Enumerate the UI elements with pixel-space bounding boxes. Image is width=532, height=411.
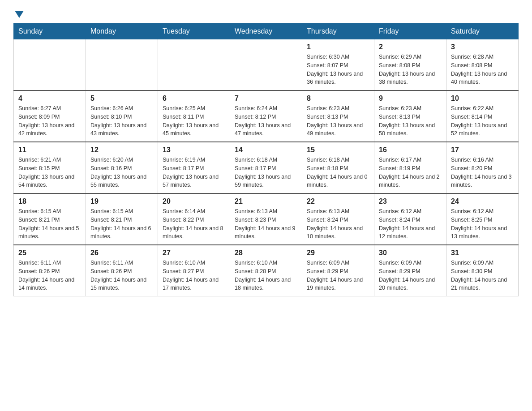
day-number: 13 xyxy=(163,146,225,154)
day-number: 30 xyxy=(379,249,442,257)
day-sun-info: Sunrise: 6:23 AMSunset: 8:13 PMDaylight:… xyxy=(307,104,369,138)
calendar-cell: 27Sunrise: 6:10 AMSunset: 8:27 PMDayligh… xyxy=(158,245,230,296)
calendar-cell: 2Sunrise: 6:29 AMSunset: 8:08 PMDaylight… xyxy=(374,39,446,91)
calendar-cell: 14Sunrise: 6:18 AMSunset: 8:17 PMDayligh… xyxy=(230,142,302,193)
day-number: 28 xyxy=(235,249,297,257)
calendar-cell: 3Sunrise: 6:28 AMSunset: 8:08 PMDaylight… xyxy=(446,39,519,91)
day-number: 25 xyxy=(18,249,81,257)
day-sun-info: Sunrise: 6:26 AMSunset: 8:10 PMDaylight:… xyxy=(90,104,153,138)
day-sun-info: Sunrise: 6:17 AMSunset: 8:19 PMDaylight:… xyxy=(379,156,442,189)
calendar-cell: 13Sunrise: 6:19 AMSunset: 8:17 PMDayligh… xyxy=(158,142,230,193)
day-number: 11 xyxy=(18,146,81,154)
calendar-cell xyxy=(230,39,302,91)
calendar-table: Sunday Monday Tuesday Wednesday Thursday… xyxy=(13,23,519,296)
calendar-cell: 6Sunrise: 6:25 AMSunset: 8:11 PMDaylight… xyxy=(158,90,230,142)
calendar-cell: 18Sunrise: 6:15 AMSunset: 8:21 PMDayligh… xyxy=(14,193,86,245)
day-sun-info: Sunrise: 6:29 AMSunset: 8:08 PMDaylight:… xyxy=(379,53,442,86)
calendar-cell: 10Sunrise: 6:22 AMSunset: 8:14 PMDayligh… xyxy=(446,90,519,142)
calendar-cell xyxy=(158,39,230,91)
calendar-cell: 31Sunrise: 6:09 AMSunset: 8:30 PMDayligh… xyxy=(446,245,519,296)
day-number: 22 xyxy=(307,197,369,206)
calendar-cell: 25Sunrise: 6:11 AMSunset: 8:26 PMDayligh… xyxy=(14,245,86,296)
calendar-week-row: 25Sunrise: 6:11 AMSunset: 8:26 PMDayligh… xyxy=(14,245,519,296)
calendar-cell: 7Sunrise: 6:24 AMSunset: 8:12 PMDaylight… xyxy=(230,90,302,142)
calendar-cell: 24Sunrise: 6:12 AMSunset: 8:25 PMDayligh… xyxy=(446,193,519,245)
day-sun-info: Sunrise: 6:23 AMSunset: 8:13 PMDaylight:… xyxy=(379,104,442,138)
page-header xyxy=(13,9,519,14)
day-number: 3 xyxy=(451,43,514,51)
day-sun-info: Sunrise: 6:12 AMSunset: 8:25 PMDaylight:… xyxy=(451,207,514,241)
day-number: 8 xyxy=(307,94,369,103)
day-sun-info: Sunrise: 6:13 AMSunset: 8:24 PMDaylight:… xyxy=(307,207,369,241)
day-number: 1 xyxy=(307,43,369,51)
calendar-header-row: Sunday Monday Tuesday Wednesday Thursday… xyxy=(14,24,519,39)
day-sun-info: Sunrise: 6:18 AMSunset: 8:18 PMDaylight:… xyxy=(307,156,369,189)
header-wednesday: Wednesday xyxy=(230,24,302,39)
calendar-cell: 22Sunrise: 6:13 AMSunset: 8:24 PMDayligh… xyxy=(302,193,374,245)
day-number: 23 xyxy=(379,197,442,206)
calendar-week-row: 18Sunrise: 6:15 AMSunset: 8:21 PMDayligh… xyxy=(14,193,519,245)
day-number: 2 xyxy=(379,43,442,51)
day-number: 14 xyxy=(235,146,297,154)
day-number: 31 xyxy=(451,249,514,257)
calendar-cell: 4Sunrise: 6:27 AMSunset: 8:09 PMDaylight… xyxy=(14,90,86,142)
day-sun-info: Sunrise: 6:10 AMSunset: 8:27 PMDaylight:… xyxy=(163,259,225,292)
calendar-cell: 20Sunrise: 6:14 AMSunset: 8:22 PMDayligh… xyxy=(158,193,230,245)
day-sun-info: Sunrise: 6:22 AMSunset: 8:14 PMDaylight:… xyxy=(451,104,514,138)
calendar-cell: 19Sunrise: 6:15 AMSunset: 8:21 PMDayligh… xyxy=(86,193,158,245)
day-sun-info: Sunrise: 6:16 AMSunset: 8:20 PMDaylight:… xyxy=(451,156,514,189)
calendar-cell: 17Sunrise: 6:16 AMSunset: 8:20 PMDayligh… xyxy=(446,142,519,193)
calendar-cell: 5Sunrise: 6:26 AMSunset: 8:10 PMDaylight… xyxy=(86,90,158,142)
header-friday: Friday xyxy=(374,24,446,39)
day-number: 10 xyxy=(451,94,514,103)
day-number: 27 xyxy=(163,249,225,257)
calendar-cell: 23Sunrise: 6:12 AMSunset: 8:24 PMDayligh… xyxy=(374,193,446,245)
day-number: 6 xyxy=(163,94,225,103)
day-sun-info: Sunrise: 6:27 AMSunset: 8:09 PMDaylight:… xyxy=(18,104,81,138)
calendar-cell: 9Sunrise: 6:23 AMSunset: 8:13 PMDaylight… xyxy=(374,90,446,142)
logo xyxy=(13,9,25,14)
day-number: 12 xyxy=(90,146,153,154)
day-number: 9 xyxy=(379,94,442,103)
day-number: 20 xyxy=(163,197,225,206)
day-number: 4 xyxy=(18,94,81,103)
calendar-week-row: 1Sunrise: 6:30 AMSunset: 8:07 PMDaylight… xyxy=(14,39,519,91)
day-number: 15 xyxy=(307,146,369,154)
calendar-cell xyxy=(86,39,158,91)
day-number: 21 xyxy=(235,197,297,206)
day-number: 24 xyxy=(451,197,514,206)
day-sun-info: Sunrise: 6:25 AMSunset: 8:11 PMDaylight:… xyxy=(163,104,225,138)
calendar-cell: 28Sunrise: 6:10 AMSunset: 8:28 PMDayligh… xyxy=(230,245,302,296)
day-number: 17 xyxy=(451,146,514,154)
calendar-cell: 8Sunrise: 6:23 AMSunset: 8:13 PMDaylight… xyxy=(302,90,374,142)
day-sun-info: Sunrise: 6:21 AMSunset: 8:15 PMDaylight:… xyxy=(18,156,81,189)
calendar-week-row: 11Sunrise: 6:21 AMSunset: 8:15 PMDayligh… xyxy=(14,142,519,193)
calendar-week-row: 4Sunrise: 6:27 AMSunset: 8:09 PMDaylight… xyxy=(14,90,519,142)
calendar-cell: 29Sunrise: 6:09 AMSunset: 8:29 PMDayligh… xyxy=(302,245,374,296)
calendar-cell: 30Sunrise: 6:09 AMSunset: 8:29 PMDayligh… xyxy=(374,245,446,296)
calendar-cell: 15Sunrise: 6:18 AMSunset: 8:18 PMDayligh… xyxy=(302,142,374,193)
day-sun-info: Sunrise: 6:30 AMSunset: 8:07 PMDaylight:… xyxy=(307,53,369,86)
day-sun-info: Sunrise: 6:11 AMSunset: 8:26 PMDaylight:… xyxy=(18,259,81,292)
day-sun-info: Sunrise: 6:24 AMSunset: 8:12 PMDaylight:… xyxy=(235,104,297,138)
calendar-cell: 21Sunrise: 6:13 AMSunset: 8:23 PMDayligh… xyxy=(230,193,302,245)
logo-arrow-icon xyxy=(15,11,24,18)
day-number: 16 xyxy=(379,146,442,154)
header-tuesday: Tuesday xyxy=(158,24,230,39)
day-sun-info: Sunrise: 6:11 AMSunset: 8:26 PMDaylight:… xyxy=(90,259,153,292)
day-sun-info: Sunrise: 6:18 AMSunset: 8:17 PMDaylight:… xyxy=(235,156,297,189)
calendar-cell: 12Sunrise: 6:20 AMSunset: 8:16 PMDayligh… xyxy=(86,142,158,193)
day-sun-info: Sunrise: 6:15 AMSunset: 8:21 PMDaylight:… xyxy=(18,207,81,241)
header-monday: Monday xyxy=(86,24,158,39)
day-sun-info: Sunrise: 6:15 AMSunset: 8:21 PMDaylight:… xyxy=(90,207,153,241)
day-sun-info: Sunrise: 6:10 AMSunset: 8:28 PMDaylight:… xyxy=(235,259,297,292)
day-sun-info: Sunrise: 6:20 AMSunset: 8:16 PMDaylight:… xyxy=(90,156,153,189)
header-saturday: Saturday xyxy=(446,24,519,39)
calendar-cell: 11Sunrise: 6:21 AMSunset: 8:15 PMDayligh… xyxy=(14,142,86,193)
day-sun-info: Sunrise: 6:09 AMSunset: 8:29 PMDaylight:… xyxy=(379,259,442,292)
day-sun-info: Sunrise: 6:13 AMSunset: 8:23 PMDaylight:… xyxy=(235,207,297,241)
day-sun-info: Sunrise: 6:14 AMSunset: 8:22 PMDaylight:… xyxy=(163,207,225,241)
header-sunday: Sunday xyxy=(14,24,86,39)
day-number: 18 xyxy=(18,197,81,206)
day-sun-info: Sunrise: 6:09 AMSunset: 8:29 PMDaylight:… xyxy=(307,259,369,292)
